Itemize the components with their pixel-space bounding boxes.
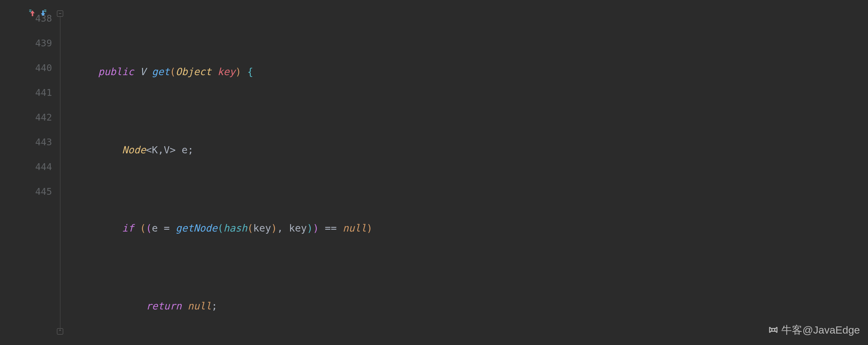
keyword-if: if: [122, 219, 134, 237]
type-node: Node: [122, 141, 146, 159]
keyword-public: public: [98, 63, 134, 81]
svg-rect-0: [29, 9, 32, 10]
svg-rect-1: [29, 11, 32, 12]
line-number[interactable]: 444: [0, 154, 56, 179]
line-number[interactable]: 442: [0, 105, 56, 130]
fold-end-icon[interactable]: ⌃: [57, 328, 63, 335]
watermark-logo-icon: [768, 324, 779, 336]
fold-collapse-icon[interactable]: −: [57, 10, 63, 17]
implements-up-icon[interactable]: [28, 9, 37, 18]
call-hash: hash: [223, 219, 247, 237]
param-key: key: [217, 63, 235, 81]
arg-key: key: [289, 219, 307, 237]
literal-null: null: [188, 298, 211, 315]
literal-null: null: [343, 219, 367, 237]
return-type: V: [140, 63, 146, 81]
watermark: 牛客@JavaEdge: [768, 320, 860, 339]
generic-V: V: [164, 141, 169, 159]
line-number-gutter: 438 439 440 441 442 443 444 445: [0, 0, 56, 345]
param-type-object: Object: [176, 63, 212, 81]
fold-column: − ⌃: [56, 0, 68, 345]
code-line-440[interactable]: if ((e = getNode(hash(key), key)) == nul…: [74, 216, 868, 241]
watermark-text: 牛客@JavaEdge: [781, 320, 860, 339]
line-number[interactable]: 441: [0, 80, 56, 105]
code-line-438[interactable]: public V get(Object key) {: [74, 60, 868, 84]
code-line-439[interactable]: Node<K,V> e;: [74, 138, 868, 163]
svg-rect-3: [44, 11, 46, 12]
call-getNode: getNode: [176, 219, 218, 237]
var-e: e: [182, 141, 188, 159]
svg-rect-2: [44, 9, 46, 10]
method-name-get: get: [152, 63, 169, 81]
code-line-441[interactable]: return null;: [74, 294, 868, 319]
var-e: e: [152, 219, 158, 237]
line-number[interactable]: 445: [0, 179, 56, 204]
code-editor: 438 439 440 441 442 443 444 445 − ⌃ publ…: [0, 0, 868, 345]
fold-guide-line: [60, 15, 60, 333]
line-number[interactable]: 439: [0, 31, 56, 56]
line-number[interactable]: 443: [0, 130, 56, 154]
op-equals: ==: [325, 219, 337, 237]
arg-key: key: [253, 219, 271, 237]
line-number[interactable]: 440: [0, 56, 56, 80]
overridden-down-icon[interactable]: [38, 9, 48, 18]
generic-K: K: [152, 141, 158, 159]
gutter-nav-icons: [28, 9, 48, 18]
keyword-return: return: [146, 298, 182, 315]
code-content[interactable]: public V get(Object key) { Node<K,V> e; …: [68, 0, 868, 345]
